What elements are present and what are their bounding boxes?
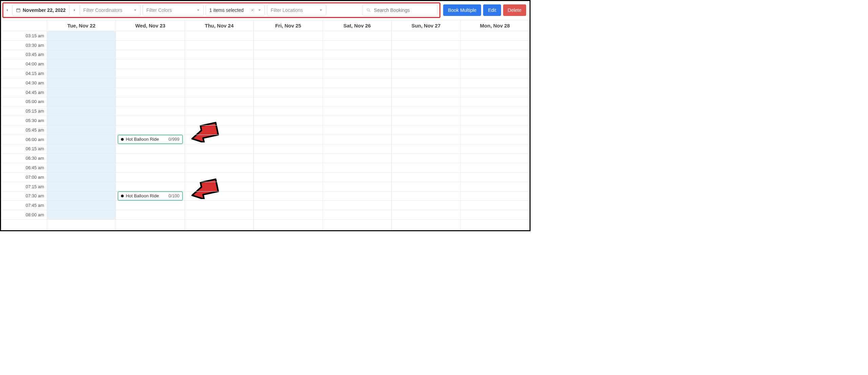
calendar-cell[interactable] — [392, 173, 460, 182]
calendar-cell[interactable] — [323, 173, 391, 182]
calendar-cell[interactable] — [323, 116, 391, 125]
filter-colors-select[interactable]: Filter Colors — [143, 4, 204, 16]
calendar-cell[interactable] — [116, 41, 184, 50]
calendar-cell[interactable] — [323, 135, 391, 144]
calendar-cell[interactable] — [461, 31, 529, 41]
calendar-cell[interactable] — [47, 201, 116, 210]
calendar-cell[interactable] — [185, 192, 253, 201]
calendar-cell[interactable] — [47, 31, 116, 41]
calendar-cell[interactable] — [116, 154, 184, 163]
filter-locations-select[interactable]: Filter Locations — [267, 4, 326, 16]
calendar-cell[interactable] — [392, 31, 460, 41]
calendar-cell[interactable] — [47, 125, 116, 135]
calendar-cell[interactable] — [47, 210, 116, 220]
calendar-cell[interactable] — [392, 163, 460, 173]
search-bookings[interactable] — [363, 4, 437, 16]
day-body[interactable] — [254, 31, 322, 220]
calendar-cell[interactable] — [116, 59, 184, 69]
calendar-cell[interactable] — [47, 97, 116, 107]
calendar-cell[interactable] — [392, 59, 460, 69]
calendar-cell[interactable] — [461, 163, 529, 173]
calendar-cell[interactable] — [323, 192, 391, 201]
calendar-cell[interactable] — [47, 192, 116, 201]
day-body[interactable] — [461, 31, 529, 220]
calendar-cell[interactable] — [185, 88, 253, 97]
calendar-cell[interactable] — [323, 210, 391, 220]
book-multiple-button[interactable]: Book Multiple — [443, 4, 481, 16]
calendar-cell[interactable] — [116, 144, 184, 154]
calendar-cell[interactable] — [254, 182, 322, 192]
calendar-cell[interactable] — [254, 144, 322, 154]
calendar-cell[interactable] — [47, 59, 116, 69]
clear-selection-icon[interactable] — [250, 8, 254, 12]
calendar-cell[interactable] — [392, 50, 460, 60]
calendar-cell[interactable] — [323, 41, 391, 50]
calendar-cell[interactable] — [254, 59, 322, 69]
calendar-cell[interactable] — [47, 78, 116, 88]
calendar-cell[interactable] — [461, 154, 529, 163]
calendar-cell[interactable] — [185, 201, 253, 210]
calendar-cell[interactable] — [461, 69, 529, 78]
calendar-cell[interactable] — [116, 125, 184, 135]
calendar-cell[interactable] — [323, 106, 391, 116]
calendar-cell[interactable] — [392, 116, 460, 125]
calendar-cell[interactable] — [116, 201, 184, 210]
calendar-cell[interactable] — [392, 144, 460, 154]
calendar-cell[interactable] — [47, 106, 116, 116]
calendar-cell[interactable] — [461, 41, 529, 50]
calendar-cell[interactable] — [47, 41, 116, 50]
calendar-cell[interactable] — [116, 97, 184, 107]
calendar-cell[interactable] — [116, 78, 184, 88]
calendar-cell[interactable] — [461, 135, 529, 144]
calendar-cell[interactable] — [254, 163, 322, 173]
calendar-cell[interactable] — [323, 69, 391, 78]
calendar-cell[interactable] — [323, 163, 391, 173]
calendar-cell[interactable] — [461, 116, 529, 125]
calendar-cell[interactable] — [323, 182, 391, 192]
calendar-cell[interactable] — [185, 135, 253, 144]
calendar-cell[interactable] — [116, 50, 184, 60]
calendar-cell[interactable] — [323, 201, 391, 210]
day-body[interactable] — [185, 31, 253, 220]
calendar-cell[interactable] — [323, 97, 391, 107]
calendar-cell[interactable] — [254, 88, 322, 97]
calendar-cell[interactable] — [47, 50, 116, 60]
calendar-cell[interactable] — [185, 144, 253, 154]
calendar-cell[interactable] — [116, 31, 184, 41]
calendar-cell[interactable] — [185, 210, 253, 220]
calendar-cell[interactable] — [116, 210, 184, 220]
calendar-cell[interactable] — [254, 154, 322, 163]
calendar-cell[interactable] — [47, 163, 116, 173]
next-week-button[interactable] — [71, 5, 78, 15]
calendar-cell[interactable] — [116, 173, 184, 182]
calendar-cell[interactable] — [392, 201, 460, 210]
calendar-cell[interactable] — [185, 78, 253, 88]
calendar-cell[interactable] — [461, 97, 529, 107]
calendar-cell[interactable] — [323, 78, 391, 88]
calendar-cell[interactable] — [254, 97, 322, 107]
calendar-cell[interactable] — [254, 135, 322, 144]
day-body[interactable] — [323, 31, 391, 220]
calendar-cell[interactable] — [392, 192, 460, 201]
calendar-cell[interactable] — [254, 116, 322, 125]
calendar-cell[interactable] — [323, 154, 391, 163]
booking-event[interactable]: Hot Balloon Ride0/100 — [118, 192, 182, 200]
calendar-cell[interactable] — [392, 210, 460, 220]
calendar-cell[interactable] — [47, 182, 116, 192]
calendar-cell[interactable] — [185, 125, 253, 135]
calendar-cell[interactable] — [254, 69, 322, 78]
calendar-cell[interactable] — [461, 210, 529, 220]
calendar-cell[interactable] — [323, 88, 391, 97]
calendar-cell[interactable] — [185, 106, 253, 116]
calendar-cell[interactable] — [254, 50, 322, 60]
calendar-cell[interactable] — [185, 163, 253, 173]
booking-event[interactable]: Hot Balloon Ride0/999 — [118, 135, 182, 144]
calendar-cell[interactable] — [392, 88, 460, 97]
calendar-cell[interactable] — [185, 116, 253, 125]
calendar-cell[interactable] — [392, 78, 460, 88]
calendar-cell[interactable] — [323, 144, 391, 154]
calendar-cell[interactable] — [47, 144, 116, 154]
calendar-cell[interactable] — [254, 41, 322, 50]
calendar-cell[interactable] — [254, 78, 322, 88]
calendar-cell[interactable] — [392, 97, 460, 107]
